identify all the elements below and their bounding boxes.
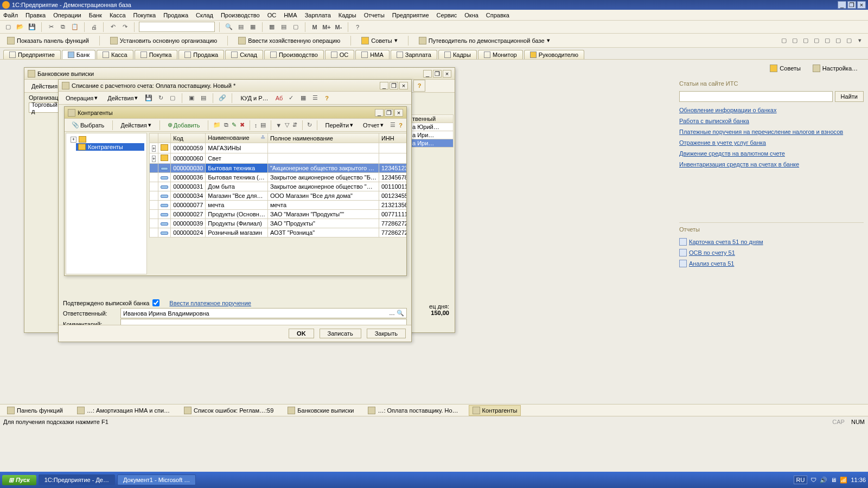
add-folder-icon[interactable]: 📁 bbox=[213, 120, 221, 130]
its-link-3[interactable]: Платежные поручения на перечисление нало… bbox=[679, 128, 864, 136]
report-icon[interactable]: ▩ bbox=[267, 22, 277, 32]
its-link-2[interactable]: Работа с выпиской банка bbox=[679, 117, 864, 125]
tab-production[interactable]: Производство bbox=[264, 50, 324, 59]
tree-icon[interactable]: ▤ bbox=[279, 22, 289, 32]
tray-icon[interactable]: 📶 bbox=[840, 477, 847, 484]
contractors-tree[interactable]: + Контрагенты bbox=[66, 133, 147, 274]
tray-icon[interactable]: 🛡 bbox=[810, 477, 816, 483]
minimize-button[interactable]: _ bbox=[838, 1, 846, 9]
enter-operation-button[interactable]: Ввести хозяйственную операцию bbox=[234, 35, 344, 46]
help-button[interactable]: ? bbox=[413, 80, 425, 92]
close-button[interactable]: × bbox=[443, 70, 451, 78]
menu-intangibles[interactable]: НМА bbox=[284, 12, 297, 18]
tool-h-icon[interactable]: ▾ bbox=[855, 36, 865, 46]
taskbar-app-word[interactable]: Документ1 - Microsoft … bbox=[117, 474, 196, 485]
table-row[interactable]: 000000027Продукты (Основн…ЗАО "Магазин "… bbox=[150, 210, 407, 219]
table-row[interactable]: 000000031Дом бытаЗакрытое акционерное об… bbox=[150, 182, 407, 191]
save-icon[interactable]: 💾 bbox=[27, 22, 37, 32]
list-icon[interactable]: ☰ bbox=[390, 120, 396, 130]
copy-icon[interactable]: ⧉ bbox=[224, 120, 229, 130]
save-icon[interactable]: 💾 bbox=[144, 93, 154, 103]
menu-help[interactable]: Справка bbox=[486, 12, 509, 18]
table-row[interactable]: +000000060Свет bbox=[150, 153, 407, 164]
doc-icon[interactable]: ▢ bbox=[168, 93, 177, 103]
maximize-button[interactable]: ❐ bbox=[390, 82, 398, 89]
open-icon[interactable]: 📂 bbox=[15, 22, 25, 32]
its-link-1[interactable]: Обновление информации о банках bbox=[679, 106, 864, 114]
minimize-button[interactable]: _ bbox=[380, 82, 388, 89]
help-icon[interactable]: ? bbox=[398, 120, 403, 130]
operation-dropdown[interactable]: Операция ▾ bbox=[62, 93, 101, 103]
tool-e-icon[interactable]: ▢ bbox=[822, 36, 832, 46]
find-icon[interactable]: 🔍 bbox=[224, 22, 234, 32]
link-icon[interactable]: 🔗 bbox=[218, 93, 227, 103]
maximize-button[interactable]: ❐ bbox=[385, 109, 393, 117]
help-icon[interactable]: ? bbox=[353, 22, 362, 32]
hierarchy-icon[interactable]: ▤ bbox=[260, 120, 266, 130]
its-search-input[interactable] bbox=[679, 91, 833, 102]
check-icon[interactable]: ✓ bbox=[286, 93, 296, 103]
table-row[interactable]: 000000036Бытовая техника (…Закрытое акци… bbox=[150, 173, 407, 182]
plus-icon[interactable]: + bbox=[71, 137, 76, 143]
col-type[interactable] bbox=[158, 133, 171, 143]
tree-expander-row[interactable]: + bbox=[68, 136, 144, 143]
menu-edit[interactable]: Правка bbox=[25, 12, 46, 18]
sort-icon[interactable]: ⇵ bbox=[292, 120, 298, 130]
tab-salary[interactable]: Зарплата bbox=[391, 50, 437, 59]
help-icon[interactable]: ? bbox=[322, 93, 332, 103]
col-fullname[interactable]: Полное наименование bbox=[267, 133, 379, 143]
close-button[interactable]: × bbox=[857, 1, 866, 9]
list-icon[interactable]: ☰ bbox=[310, 93, 320, 103]
actions-dropdown[interactable]: Действия ▾ bbox=[117, 120, 155, 130]
minimize-button[interactable]: _ bbox=[375, 109, 384, 117]
tab-os[interactable]: ОС bbox=[325, 50, 355, 59]
menu-salary[interactable]: Зарплата bbox=[305, 12, 331, 18]
tab-hr[interactable]: Кадры bbox=[438, 50, 477, 59]
winbar-bank-statements[interactable]: Банковские выписки bbox=[284, 405, 358, 416]
table-row[interactable]: 000000034Магазин "Все для…ООО Магазин "В… bbox=[150, 191, 407, 201]
its-link-4[interactable]: Отражение в учете услуг банка bbox=[679, 139, 864, 146]
menu-sale[interactable]: Продажа bbox=[163, 12, 188, 18]
table-row[interactable]: 000000039Продукты (Филиал)ЗАО "Продукты"… bbox=[150, 219, 407, 228]
paste-icon[interactable]: 📋 bbox=[70, 22, 80, 32]
tab-enterprise[interactable]: Предприятие bbox=[3, 50, 61, 59]
cut-icon[interactable]: ✂ bbox=[46, 22, 56, 32]
calc-icon[interactable]: ▤ bbox=[236, 22, 246, 32]
restore-button[interactable]: ❐ bbox=[847, 1, 856, 9]
tips-button[interactable]: Советы▾ bbox=[358, 35, 401, 46]
tool-b-icon[interactable]: ▢ bbox=[790, 36, 800, 46]
language-indicator[interactable]: RU bbox=[794, 476, 808, 484]
its-link-6[interactable]: Инвентаризация средств на счетах в банке bbox=[679, 160, 864, 168]
tab-monitor[interactable]: Монитор bbox=[478, 50, 523, 59]
org-input[interactable]: Торговый д bbox=[29, 102, 61, 113]
menu-production[interactable]: Производство bbox=[221, 12, 260, 18]
tab-cash[interactable]: Касса bbox=[97, 50, 133, 59]
tab-bank[interactable]: Банк bbox=[62, 50, 95, 59]
close-button[interactable]: × bbox=[394, 109, 403, 117]
its-search-button[interactable]: Найти bbox=[835, 91, 864, 102]
menu-bank[interactable]: Банк bbox=[89, 12, 102, 18]
menu-warehouse[interactable]: Склад bbox=[196, 12, 213, 18]
m-minus-icon[interactable]: M- bbox=[334, 22, 343, 32]
filter-icon[interactable]: ▼ bbox=[275, 120, 282, 130]
tray-icon[interactable]: 🖥 bbox=[831, 477, 837, 483]
tray-icon[interactable]: 🔊 bbox=[820, 477, 827, 484]
undo-icon[interactable]: ↶ bbox=[108, 22, 118, 32]
start-button[interactable]: ⊞Пуск bbox=[2, 475, 36, 485]
tab-warehouse[interactable]: Склад bbox=[225, 50, 263, 59]
kud-dropdown[interactable]: КУД и Р… bbox=[237, 93, 272, 103]
ok-button[interactable]: OK bbox=[289, 329, 314, 338]
tab-manager[interactable]: Руководителю bbox=[524, 50, 584, 59]
report-link-2[interactable]: ОСВ по счету 51 bbox=[679, 249, 864, 256]
tool-g-icon[interactable]: ▢ bbox=[844, 36, 854, 46]
refresh-icon[interactable]: ↻ bbox=[156, 93, 165, 103]
enter-payment-order-link[interactable]: Ввести платежное поручение bbox=[169, 300, 251, 306]
calendar-icon[interactable]: ▦ bbox=[248, 22, 258, 32]
edit-icon[interactable]: ✎ bbox=[231, 120, 237, 130]
window-payment-titlebar[interactable]: Списание с расчетного счета: Оплата пост… bbox=[59, 80, 411, 92]
tool-c-icon[interactable]: ▢ bbox=[801, 36, 810, 46]
winbar-amortization[interactable]: …: Амортизация НМА и спи… bbox=[73, 405, 174, 416]
close-button[interactable]: Закрыть bbox=[367, 329, 406, 338]
print-icon[interactable]: 🖨 bbox=[89, 22, 99, 32]
tree-root-item[interactable]: Контрагенты bbox=[76, 143, 144, 151]
